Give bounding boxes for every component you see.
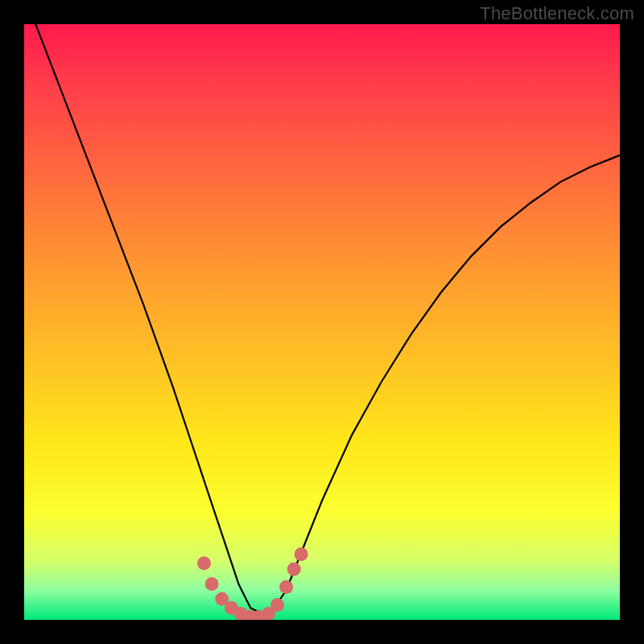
valley-marker — [197, 556, 211, 570]
plot-area — [24, 24, 620, 620]
valley-marker — [270, 598, 284, 612]
valley-marker — [295, 547, 308, 561]
bottleneck-curve-svg — [24, 24, 620, 620]
watermark-text: TheBottleneck.com — [480, 3, 634, 24]
bottleneck-curve-path — [24, 24, 620, 614]
valley-marker — [287, 563, 301, 576]
valley-marker — [279, 580, 293, 594]
valley-marker — [205, 577, 219, 591]
chart-frame: TheBottleneck.com — [0, 0, 644, 644]
